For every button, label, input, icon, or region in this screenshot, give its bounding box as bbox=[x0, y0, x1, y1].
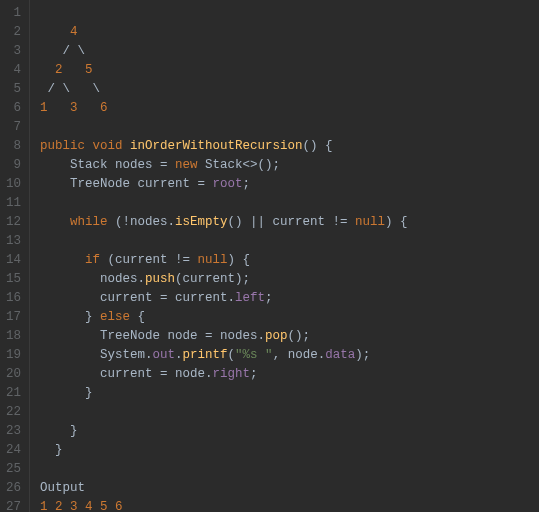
code-line[interactable] bbox=[40, 232, 539, 251]
token: ) { bbox=[385, 215, 408, 229]
code-area[interactable]: 4 / \ 2 5 / \ \1 3 6 public void inOrder… bbox=[30, 0, 539, 512]
code-line[interactable]: TreeNode node = nodes.pop(); bbox=[40, 327, 539, 346]
token: 2 5 bbox=[40, 63, 93, 77]
token: (current != bbox=[108, 253, 198, 267]
code-line[interactable]: 1 2 3 4 5 6 bbox=[40, 498, 539, 512]
token: left bbox=[235, 291, 265, 305]
line-number: 14 bbox=[6, 251, 21, 270]
token: while bbox=[40, 215, 115, 229]
token: TreeNode current = bbox=[40, 177, 213, 191]
token: inOrderWithoutRecursion bbox=[130, 139, 303, 153]
line-number: 11 bbox=[6, 194, 21, 213]
token: else bbox=[100, 310, 138, 324]
line-number: 17 bbox=[6, 308, 21, 327]
line-number: 10 bbox=[6, 175, 21, 194]
token: current = current. bbox=[40, 291, 235, 305]
code-line[interactable] bbox=[40, 118, 539, 137]
code-line[interactable]: current = current.left; bbox=[40, 289, 539, 308]
code-line[interactable] bbox=[40, 403, 539, 422]
code-line[interactable]: / \ \ bbox=[40, 80, 539, 99]
line-number: 22 bbox=[6, 403, 21, 422]
token: / \ bbox=[40, 44, 85, 58]
code-line[interactable]: 2 5 bbox=[40, 61, 539, 80]
token: current = node. bbox=[40, 367, 213, 381]
token: data bbox=[325, 348, 355, 362]
token: printf bbox=[183, 348, 228, 362]
code-line[interactable] bbox=[40, 4, 539, 23]
line-number: 19 bbox=[6, 346, 21, 365]
code-line[interactable]: current = node.right; bbox=[40, 365, 539, 384]
line-number-gutter: 1234567891011121314151617181920212223242… bbox=[0, 0, 30, 512]
code-line[interactable]: while (!nodes.isEmpty() || current != nu… bbox=[40, 213, 539, 232]
token: ); bbox=[355, 348, 370, 362]
token: 4 bbox=[40, 25, 78, 39]
line-number: 16 bbox=[6, 289, 21, 308]
token: Stack nodes = bbox=[40, 158, 175, 172]
line-number: 20 bbox=[6, 365, 21, 384]
token: "%s " bbox=[235, 348, 273, 362]
token: ; bbox=[265, 291, 273, 305]
token: (); bbox=[288, 329, 311, 343]
token: out bbox=[153, 348, 176, 362]
token: (!nodes. bbox=[115, 215, 175, 229]
token: pop bbox=[265, 329, 288, 343]
token: nodes. bbox=[40, 272, 145, 286]
token: if bbox=[40, 253, 108, 267]
token: } bbox=[40, 310, 100, 324]
token: public void bbox=[40, 139, 130, 153]
code-line[interactable]: } else { bbox=[40, 308, 539, 327]
token: } bbox=[40, 386, 93, 400]
token: () || current != bbox=[228, 215, 356, 229]
code-line[interactable]: Stack nodes = new Stack<>(); bbox=[40, 156, 539, 175]
token: ; bbox=[250, 367, 258, 381]
token: } bbox=[40, 443, 63, 457]
code-line[interactable]: } bbox=[40, 384, 539, 403]
token: , node. bbox=[273, 348, 326, 362]
token: () { bbox=[303, 139, 333, 153]
token: ( bbox=[228, 348, 236, 362]
line-number: 9 bbox=[6, 156, 21, 175]
line-number: 8 bbox=[6, 137, 21, 156]
code-line[interactable]: if (current != null) { bbox=[40, 251, 539, 270]
line-number: 1 bbox=[6, 4, 21, 23]
line-number: 13 bbox=[6, 232, 21, 251]
token: null bbox=[198, 253, 228, 267]
code-line[interactable]: 4 bbox=[40, 23, 539, 42]
token: } bbox=[40, 424, 78, 438]
code-line[interactable]: public void inOrderWithoutRecursion() { bbox=[40, 137, 539, 156]
line-number: 25 bbox=[6, 460, 21, 479]
line-number: 12 bbox=[6, 213, 21, 232]
code-line[interactable]: } bbox=[40, 422, 539, 441]
token: new bbox=[175, 158, 205, 172]
token: TreeNode node = nodes. bbox=[40, 329, 265, 343]
line-number: 27 bbox=[6, 498, 21, 512]
token: null bbox=[355, 215, 385, 229]
line-number: 18 bbox=[6, 327, 21, 346]
code-line[interactable]: TreeNode current = root; bbox=[40, 175, 539, 194]
token: / \ \ bbox=[40, 82, 100, 96]
token: isEmpty bbox=[175, 215, 228, 229]
token: ) { bbox=[228, 253, 251, 267]
token: Output bbox=[40, 481, 85, 495]
token: Stack<>(); bbox=[205, 158, 280, 172]
code-line[interactable] bbox=[40, 460, 539, 479]
token: . bbox=[175, 348, 183, 362]
token: push bbox=[145, 272, 175, 286]
line-number: 15 bbox=[6, 270, 21, 289]
code-line[interactable]: System.out.printf("%s ", node.data); bbox=[40, 346, 539, 365]
code-line[interactable]: nodes.push(current); bbox=[40, 270, 539, 289]
line-number: 21 bbox=[6, 384, 21, 403]
code-line[interactable]: } bbox=[40, 441, 539, 460]
line-number: 24 bbox=[6, 441, 21, 460]
code-line[interactable]: Output bbox=[40, 479, 539, 498]
line-number: 5 bbox=[6, 80, 21, 99]
token: right bbox=[213, 367, 251, 381]
line-number: 4 bbox=[6, 61, 21, 80]
code-line[interactable] bbox=[40, 194, 539, 213]
line-number: 23 bbox=[6, 422, 21, 441]
code-editor: 1234567891011121314151617181920212223242… bbox=[0, 0, 539, 512]
line-number: 7 bbox=[6, 118, 21, 137]
code-line[interactable]: / \ bbox=[40, 42, 539, 61]
token: (current); bbox=[175, 272, 250, 286]
code-line[interactable]: 1 3 6 bbox=[40, 99, 539, 118]
